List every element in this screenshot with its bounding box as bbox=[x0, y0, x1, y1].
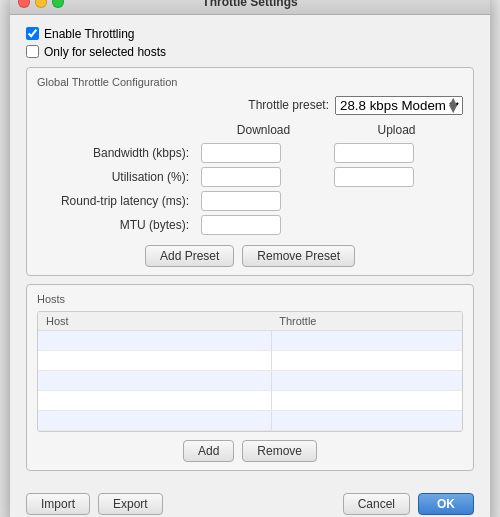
bandwidth-upload-cell: 28.8 bbox=[330, 141, 463, 165]
throttle-preset-wrapper: 28.8 kbps Modem 56 kbps Modem ISDN DSL ▲… bbox=[335, 96, 463, 115]
main-window: Throttle Settings Enable Throttling Only… bbox=[10, 0, 490, 517]
upload-header: Upload bbox=[330, 123, 463, 141]
only-selected-hosts-row: Only for selected hosts bbox=[26, 45, 474, 59]
bandwidth-upload-input[interactable]: 28.8 bbox=[334, 143, 414, 163]
maximize-button[interactable] bbox=[52, 0, 64, 8]
footer-left: Import Export bbox=[26, 493, 163, 515]
table-row bbox=[38, 370, 462, 390]
hosts-table: Host Throttle bbox=[38, 312, 462, 431]
throttle-column-header: Throttle bbox=[271, 312, 462, 331]
minimize-button[interactable] bbox=[35, 0, 47, 8]
throttle-cell bbox=[271, 370, 462, 390]
hosts-table-container: Host Throttle bbox=[37, 311, 463, 432]
footer: Import Export Cancel OK bbox=[10, 483, 490, 518]
cancel-button[interactable]: Cancel bbox=[343, 493, 410, 515]
bandwidth-label: Bandwidth (kbps): bbox=[37, 141, 197, 165]
global-throttle-section: Global Throttle Configuration Throttle p… bbox=[26, 67, 474, 276]
mtu-download-cell: 576 bbox=[197, 213, 330, 237]
host-cell bbox=[38, 330, 271, 350]
remove-preset-button[interactable]: Remove Preset bbox=[242, 245, 355, 267]
throttle-cell bbox=[271, 390, 462, 410]
close-button[interactable] bbox=[18, 0, 30, 8]
preset-buttons: Add Preset Remove Preset bbox=[37, 245, 463, 267]
throttle-grid: Download Upload Bandwidth (kbps): 28.8 2… bbox=[37, 123, 463, 237]
utilisation-row: Utilisation (%): 70 70 bbox=[37, 165, 463, 189]
throttle-cell bbox=[271, 410, 462, 430]
footer-right: Cancel OK bbox=[343, 493, 474, 515]
remove-host-button[interactable]: Remove bbox=[242, 440, 317, 462]
mtu-upload-cell bbox=[330, 213, 463, 237]
enable-throttling-checkbox[interactable] bbox=[26, 27, 39, 40]
host-cell bbox=[38, 410, 271, 430]
enable-throttling-row: Enable Throttling bbox=[26, 27, 474, 41]
table-row bbox=[38, 350, 462, 370]
mtu-label: MTU (bytes): bbox=[37, 213, 197, 237]
empty-header bbox=[37, 123, 197, 141]
table-row bbox=[38, 410, 462, 430]
utilisation-download-input[interactable]: 70 bbox=[201, 167, 281, 187]
table-row bbox=[38, 390, 462, 410]
throttle-cell bbox=[271, 350, 462, 370]
title-bar: Throttle Settings bbox=[10, 0, 490, 15]
utilisation-label: Utilisation (%): bbox=[37, 165, 197, 189]
add-host-button[interactable]: Add bbox=[183, 440, 234, 462]
roundtrip-download-cell: 250 bbox=[197, 189, 330, 213]
export-button[interactable]: Export bbox=[98, 493, 163, 515]
host-cell bbox=[38, 350, 271, 370]
bandwidth-download-cell: 28.8 bbox=[197, 141, 330, 165]
bandwidth-download-input[interactable]: 28.8 bbox=[201, 143, 281, 163]
mtu-download-input[interactable]: 576 bbox=[201, 215, 281, 235]
bandwidth-row: Bandwidth (kbps): 28.8 28.8 bbox=[37, 141, 463, 165]
add-preset-button[interactable]: Add Preset bbox=[145, 245, 234, 267]
utilisation-download-cell: 70 bbox=[197, 165, 330, 189]
hosts-label: Hosts bbox=[37, 293, 463, 305]
utilisation-upload-input[interactable]: 70 bbox=[334, 167, 414, 187]
roundtrip-download-input[interactable]: 250 bbox=[201, 191, 281, 211]
host-cell bbox=[38, 390, 271, 410]
window-controls bbox=[18, 0, 64, 8]
host-buttons: Add Remove bbox=[37, 440, 463, 462]
utilisation-upload-cell: 70 bbox=[330, 165, 463, 189]
ok-button[interactable]: OK bbox=[418, 493, 474, 515]
import-button[interactable]: Import bbox=[26, 493, 90, 515]
window-title: Throttle Settings bbox=[202, 0, 297, 9]
roundtrip-label: Round-trip latency (ms): bbox=[37, 189, 197, 213]
host-column-header: Host bbox=[38, 312, 271, 331]
throttle-cell bbox=[271, 330, 462, 350]
throttle-preset-label: Throttle preset: bbox=[248, 98, 329, 112]
hosts-table-header-row: Host Throttle bbox=[38, 312, 462, 331]
mtu-row: MTU (bytes): 576 bbox=[37, 213, 463, 237]
host-cell bbox=[38, 370, 271, 390]
download-header: Download bbox=[197, 123, 330, 141]
global-section-label: Global Throttle Configuration bbox=[37, 76, 463, 88]
only-selected-hosts-label: Only for selected hosts bbox=[44, 45, 166, 59]
roundtrip-row: Round-trip latency (ms): 250 bbox=[37, 189, 463, 213]
roundtrip-upload-cell bbox=[330, 189, 463, 213]
throttle-preset-row: Throttle preset: 28.8 kbps Modem 56 kbps… bbox=[37, 96, 463, 115]
enable-throttling-label: Enable Throttling bbox=[44, 27, 135, 41]
main-content: Enable Throttling Only for selected host… bbox=[10, 15, 490, 483]
only-selected-hosts-checkbox[interactable] bbox=[26, 45, 39, 58]
throttle-preset-select[interactable]: 28.8 kbps Modem 56 kbps Modem ISDN DSL bbox=[335, 96, 463, 115]
table-row bbox=[38, 330, 462, 350]
hosts-section: Hosts Host Throttle bbox=[26, 284, 474, 471]
